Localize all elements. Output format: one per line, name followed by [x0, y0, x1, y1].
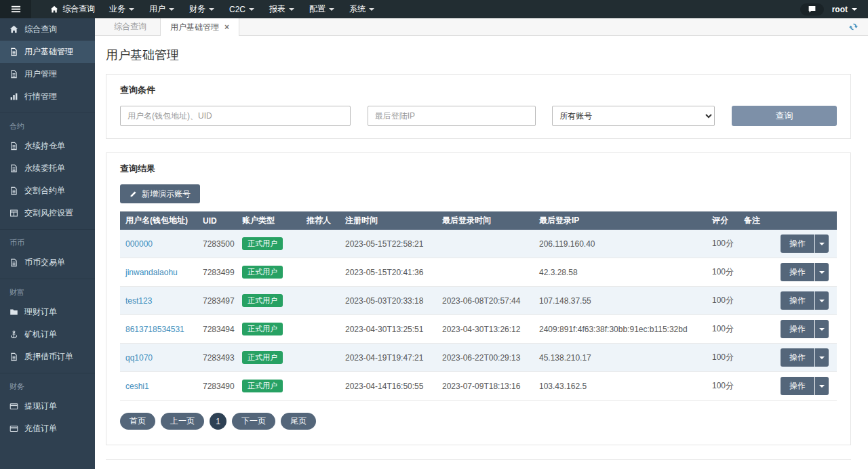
- table-row: ceshi17283490正式用户2023-04-14T16:50:552023…: [120, 372, 837, 401]
- sidebar-item[interactable]: 提现订单: [0, 395, 95, 417]
- topnav-item-label: 报表: [269, 3, 285, 15]
- sidebar-item[interactable]: 理财订单: [0, 301, 95, 323]
- action-button[interactable]: 操作: [781, 320, 814, 338]
- cell-uid: 7283494: [197, 315, 237, 344]
- column-header: 最后登录时间: [437, 211, 534, 230]
- sidebar-item[interactable]: 永续委托单: [0, 157, 95, 180]
- cell-username: test123: [120, 287, 197, 315]
- cell-username: jinwandalaohu: [120, 258, 197, 287]
- sidebar-item-label: 币币交易单: [24, 257, 65, 268]
- username-link[interactable]: test123: [125, 296, 152, 306]
- username-link[interactable]: qq1070: [125, 353, 153, 363]
- cell-username: 000000: [120, 230, 197, 258]
- topnav-item-label: 系统: [349, 3, 366, 15]
- action-button[interactable]: 操作: [781, 263, 814, 281]
- pagination-button[interactable]: 尾页: [281, 413, 316, 430]
- cell-register-time: 2023-04-19T19:47:21: [340, 344, 437, 372]
- action-button[interactable]: 操作: [781, 348, 814, 367]
- pagination-button[interactable]: 上一页: [161, 413, 204, 430]
- refresh-button[interactable]: [848, 22, 859, 32]
- brand-home-link[interactable]: 综合查询: [43, 0, 102, 18]
- topnav-item[interactable]: 配置: [302, 0, 342, 18]
- action-dropdown-button[interactable]: [815, 234, 829, 253]
- tab-general-query[interactable]: 综合查询: [104, 18, 156, 35]
- account-type-select[interactable]: 所有账号: [552, 106, 715, 126]
- sidebar-item[interactable]: 质押借币订单: [0, 346, 95, 368]
- sidebar-group-label: 财务: [0, 373, 95, 395]
- username-link[interactable]: ceshi1: [125, 382, 149, 391]
- username-link[interactable]: jinwandalaohu: [125, 268, 178, 277]
- sidebar-item-label: 综合查询: [24, 24, 57, 35]
- topnav-menu: 业务用户财务C2C报表配置系统: [102, 0, 382, 18]
- action-button-group: 操作: [781, 234, 829, 253]
- menu-icon: [11, 4, 21, 14]
- topnav-item[interactable]: 报表: [262, 0, 302, 18]
- action-dropdown-button[interactable]: [815, 377, 829, 395]
- cell-note: [738, 372, 772, 401]
- action-dropdown-button[interactable]: [815, 263, 829, 281]
- tab-label: 用户基础管理: [170, 22, 219, 33]
- username-input[interactable]: [120, 106, 351, 126]
- action-button[interactable]: 操作: [781, 377, 814, 395]
- table-header-row: 用户名(钱包地址)UID账户类型推荐人注册时间最后登录时间最后登录IP评分备注: [120, 211, 837, 230]
- tab-bar: 综合查询 用户基础管理 ×: [95, 18, 868, 36]
- sidebar-item[interactable]: 用户基础管理: [0, 41, 95, 63]
- sidebar-item-label: 交割风控设置: [24, 207, 73, 219]
- home-icon: [9, 25, 18, 34]
- action-button[interactable]: 操作: [781, 234, 814, 253]
- search-button[interactable]: 查询: [732, 106, 837, 126]
- cell-last-login-ip: 107.148.37.55: [534, 287, 707, 315]
- topnav-item[interactable]: 用户: [142, 0, 182, 18]
- cell-last-login-time: [437, 230, 534, 258]
- file-icon: [9, 70, 18, 79]
- close-icon[interactable]: ×: [224, 23, 229, 31]
- action-button[interactable]: 操作: [781, 291, 814, 310]
- sidebar-item[interactable]: 矿机订单: [0, 323, 95, 346]
- sidebar-item[interactable]: 行情管理: [0, 85, 95, 108]
- sidebar-toggle-button[interactable]: [0, 0, 31, 18]
- action-dropdown-button[interactable]: [815, 348, 829, 367]
- topnav-item[interactable]: 系统: [342, 0, 382, 18]
- cell-referrer: [301, 230, 340, 258]
- username-link[interactable]: 000000: [125, 239, 153, 249]
- cell-action: 操作: [772, 230, 837, 258]
- pagination-button[interactable]: 下一页: [232, 413, 275, 430]
- chat-icon: [808, 5, 816, 14]
- pagination-button[interactable]: 首页: [120, 413, 155, 430]
- username-link[interactable]: 8613718534531: [125, 325, 184, 334]
- action-dropdown-button[interactable]: [815, 291, 829, 310]
- column-header: [772, 211, 837, 230]
- sidebar-item[interactable]: 交割合约单: [0, 180, 95, 202]
- add-demo-account-button[interactable]: 新增演示账号: [120, 184, 200, 203]
- last-login-ip-input[interactable]: [368, 106, 536, 126]
- action-dropdown-button[interactable]: [815, 320, 829, 338]
- messages-button[interactable]: [800, 3, 824, 16]
- action-button-group: 操作: [781, 348, 829, 367]
- caret-down-icon: [819, 385, 825, 388]
- user-menu[interactable]: root: [832, 5, 857, 14]
- cell-referrer: [301, 287, 340, 315]
- file-icon: [9, 186, 18, 195]
- sidebar-item[interactable]: 综合查询: [0, 18, 95, 41]
- anchor-icon: [9, 330, 18, 339]
- cell-register-time: 2023-05-03T20:33:18: [340, 287, 437, 315]
- topnav-item[interactable]: 财务: [182, 0, 222, 18]
- topnav-item[interactable]: C2C: [222, 0, 262, 18]
- sidebar-item[interactable]: 币币交易单: [0, 251, 95, 274]
- sidebar-item[interactable]: 永续持仓单: [0, 135, 95, 157]
- caret-down-icon: [249, 8, 254, 11]
- sidebar-item-label: 质押借币订单: [24, 351, 73, 363]
- cell-register-time: 2023-05-15T22:58:21: [340, 230, 437, 258]
- action-button-group: 操作: [781, 291, 829, 310]
- action-button-group: 操作: [781, 320, 829, 338]
- tab-user-basic-management[interactable]: 用户基础管理 ×: [160, 18, 239, 36]
- sidebar-item[interactable]: 充值订单: [0, 417, 95, 440]
- sidebar-item[interactable]: 交割风控设置: [0, 202, 95, 224]
- sidebar-item[interactable]: 用户管理: [0, 63, 95, 85]
- caret-down-icon: [329, 8, 334, 11]
- cell-username: qq1070: [120, 344, 197, 372]
- cell-last-login-time: 2023-06-22T00:29:13: [437, 344, 534, 372]
- top-navbar: 综合查询 业务用户财务C2C报表配置系统 root: [0, 0, 868, 18]
- topnav-item[interactable]: 业务: [102, 0, 142, 18]
- pagination-button[interactable]: 1: [210, 413, 226, 430]
